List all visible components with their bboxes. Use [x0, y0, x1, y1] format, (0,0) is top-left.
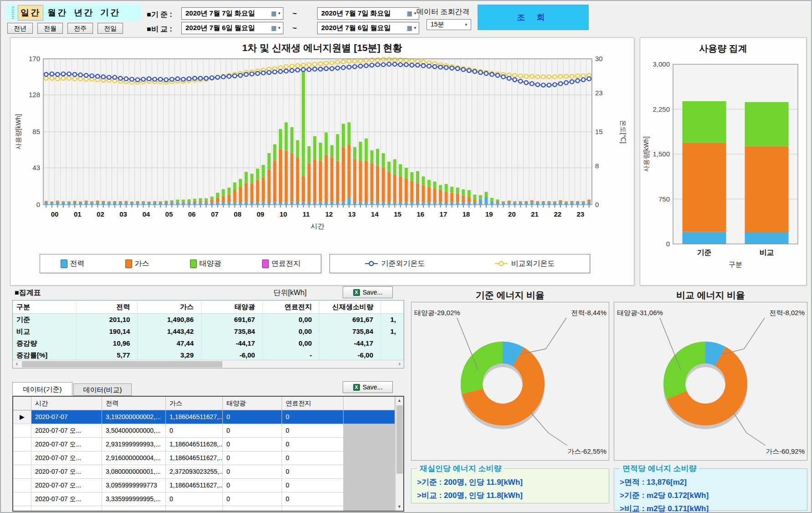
grid-cell[interactable]: 2,931999999993,... [102, 438, 166, 451]
grid-cell[interactable]: 0 [166, 492, 223, 506]
scrollbar-thumb[interactable] [22, 361, 222, 368]
grid-cell[interactable]: 2020-07-07 오... [31, 424, 102, 438]
grid-cell[interactable]: 3,504000000000,... [102, 424, 166, 438]
scroll-up-icon[interactable]: ▲ [396, 397, 403, 404]
grid-cell[interactable]: 1,186046511627,... [166, 410, 223, 424]
compare-from-datepicker[interactable]: 2020년 7월 6일 월요일 ▦▼ [181, 22, 283, 34]
grid-cell[interactable]: 0 [282, 410, 344, 424]
grid-cell[interactable]: 0 [223, 465, 282, 479]
table-cell: 691,67 [201, 314, 263, 326]
grid-cell[interactable]: 2020-07-07 오... [31, 438, 102, 451]
svg-text:02: 02 [97, 210, 104, 218]
svg-text:3,000: 3,000 [653, 60, 670, 68]
table-cell: 201,10 [77, 314, 138, 326]
prev-year-button[interactable]: 전년 [7, 23, 33, 34]
grid-vertical-scrollbar[interactable]: ▲ ▼ [395, 397, 403, 511]
grid-cell[interactable]: 2020-07-07 오... [31, 465, 102, 479]
unit-label: 단위[kWh] [273, 288, 307, 298]
scroll-down-icon[interactable]: ▼ [396, 503, 403, 511]
svg-text:170: 170 [29, 55, 40, 62]
datagrid-save-button[interactable]: X Save... [343, 381, 393, 393]
table-cell: -44,17 [201, 337, 263, 349]
grid-column-header[interactable] [13, 397, 31, 410]
grid-filler [344, 492, 395, 506]
grid-cell[interactable]: 2020-07-07 오... [31, 492, 102, 506]
grid-cell[interactable]: 1,186046511628,... [166, 438, 223, 451]
base-ratio-chart: 태양광-29,02%전력-8,44%가스-62,55% [411, 302, 609, 461]
compare-ratio-chart: 태양광-31,06%전력-8,02%가스-60,92% [614, 302, 807, 461]
grid-cell[interactable]: 0 [282, 424, 344, 438]
row-selector-cell[interactable] [13, 438, 31, 451]
search-button[interactable]: 조 회 [478, 5, 589, 30]
grid-cell[interactable]: 0 [166, 424, 223, 438]
grid-column-header[interactable]: 시간 [31, 397, 102, 410]
grid-row[interactable]: 2020-07-07 오...3,504000000000,...000 [13, 424, 395, 438]
grid-cell[interactable]: 2020-07-07 [31, 410, 102, 424]
chevron-down-icon: ▼ [278, 26, 281, 30]
svg-text:22: 22 [554, 210, 561, 218]
grid-cell[interactable]: 1,186046511627,... [166, 479, 223, 492]
tab-range[interactable]: 기간 [98, 5, 123, 20]
row-selector-cell[interactable]: ▶ [13, 410, 31, 424]
grid-column-header[interactable]: 연료전지 [282, 397, 344, 410]
row-selector-cell[interactable] [13, 451, 31, 465]
grid-cell[interactable]: 0 [223, 410, 282, 424]
grid-column-header[interactable]: 태양광 [223, 397, 282, 410]
tab-data-base[interactable]: 데이터(기준) [12, 382, 72, 396]
table-row: 비교190,141,443,42735,840,00735,841, [13, 326, 404, 337]
tab-daily[interactable]: 일간 [18, 5, 43, 21]
grid-cell[interactable]: 3,335999999995,... [102, 492, 166, 506]
grid-cell[interactable]: 0 [282, 465, 344, 479]
tab-yearly[interactable]: 년간 [72, 5, 96, 20]
grid-cell[interactable]: 0 [282, 492, 344, 506]
row-selector-cell[interactable] [13, 492, 31, 506]
row-selector-cell[interactable] [13, 465, 31, 479]
base-to-value: 2020년 7월 7일 화요일 [321, 9, 407, 18]
grid-cell[interactable]: 1,186046511627,... [166, 451, 223, 465]
line-marker-icon [365, 260, 379, 267]
grid-row[interactable]: 2020-07-07 오...3,335999999995,...000 [13, 492, 395, 506]
grid-cell[interactable]: 2,916000000004,... [102, 451, 166, 465]
tab-monthly[interactable]: 월간 [45, 5, 70, 20]
grid-column-header[interactable]: 가스 [166, 397, 223, 410]
grid-cell[interactable]: 2020-07-07 오... [31, 479, 102, 492]
grid-column-header[interactable]: 전력 [102, 397, 166, 410]
chevron-down-icon: ▼ [413, 26, 417, 30]
svg-text:사용량[kWh]: 사용량[kWh] [642, 136, 650, 172]
prev-day-button[interactable]: 전일 [98, 23, 123, 34]
grid-row[interactable]: 2020-07-07 오...2,931999999993,...1,18604… [13, 438, 395, 451]
prev-week-button[interactable]: 전주 [67, 23, 93, 34]
scroll-right-icon[interactable]: › [396, 360, 404, 368]
interval-select[interactable]: 15분 ▼ [427, 19, 471, 30]
row-selector-cell[interactable] [13, 479, 31, 492]
grid-cell[interactable]: 2020-07-07 오... [31, 451, 102, 465]
grid-cell[interactable]: 3,192000000002,... [102, 410, 166, 424]
scroll-left-icon[interactable]: ‹ [13, 360, 21, 368]
grid-cell[interactable]: 0 [282, 451, 344, 465]
grid-cell[interactable]: 3,0959999999773 [102, 479, 166, 492]
row-selector-cell[interactable] [13, 424, 31, 438]
compare-to-datepicker[interactable]: 2020년 7월 6일 월요일 ▦▼ [317, 22, 419, 34]
grid-row[interactable]: 2020-07-07 오...3,09599999997731,18604651… [13, 479, 395, 492]
svg-text:2,250: 2,250 [653, 105, 670, 113]
summary-save-button[interactable]: X Save... [343, 286, 393, 298]
tab-data-compare[interactable]: 데이터(비교) [73, 383, 132, 396]
base-to-datepicker[interactable]: 2020년 7월 7일 화요일 ▦▼ [317, 7, 419, 20]
scrollbar-thumb[interactable] [396, 405, 403, 474]
grid-row[interactable]: ▶2020-07-073,192000000002,...1,186046511… [13, 410, 395, 424]
grid-cell[interactable]: 0 [223, 424, 282, 438]
grid-cell[interactable]: 0 [223, 492, 282, 506]
grid-cell[interactable]: 0 [282, 479, 344, 492]
grid-cell[interactable]: 2,372093023255,... [166, 465, 223, 479]
grid-cell[interactable]: 3,080000000001,... [102, 465, 166, 479]
base-from-datepicker[interactable]: 2020년 7월 7일 화요일 ▦▼ [181, 7, 283, 20]
grid-cell[interactable]: 0 [223, 451, 282, 465]
grid-row[interactable]: 2020-07-07 오...2,916000000004,...1,18604… [13, 451, 395, 465]
grid-cell[interactable]: 0 [223, 438, 282, 451]
grid-cell[interactable]: 0 [282, 438, 344, 451]
grid-cell[interactable]: 0 [223, 479, 282, 492]
prev-month-button[interactable]: 전월 [37, 23, 63, 34]
grid-row[interactable]: 2020-07-07 오...3,080000000001,...2,37209… [13, 465, 395, 479]
summary-horizontal-scrollbar[interactable]: ‹ › [13, 360, 404, 368]
svg-text:23: 23 [595, 89, 603, 97]
